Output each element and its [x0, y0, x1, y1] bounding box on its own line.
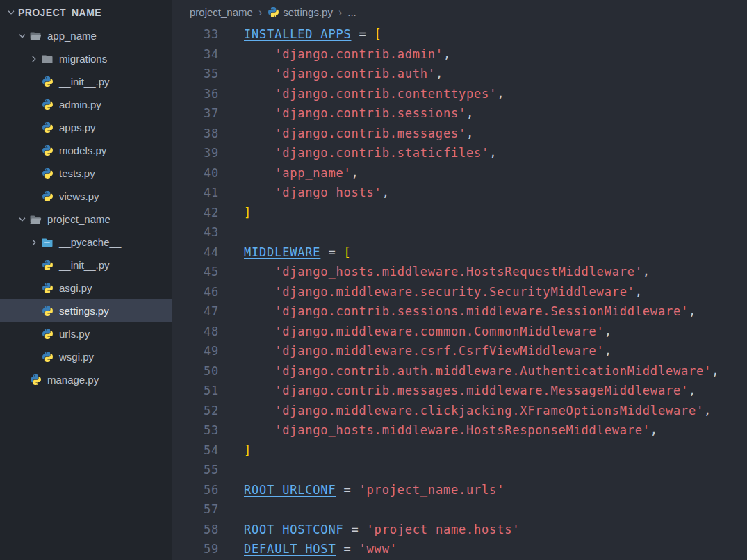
line-number[interactable]: 53	[172, 420, 219, 440]
sidebar-item-tests-py[interactable]: tests.py	[0, 162, 172, 185]
breadcrumb-separator-icon: ›	[253, 6, 268, 19]
line-number[interactable]: 51	[172, 381, 219, 401]
code-line[interactable]: 43	[172, 222, 747, 242]
code-line[interactable]: 52 'django.middleware.clickjacking.XFram…	[172, 401, 747, 421]
line-number[interactable]: 38	[172, 124, 219, 144]
sidebar-item-pycache[interactable]: __pycache__	[0, 231, 172, 254]
line-number[interactable]: 56	[172, 480, 219, 500]
breadcrumb-segment[interactable]: project_name	[190, 6, 253, 18]
line-number[interactable]: 57	[172, 500, 219, 520]
line-number[interactable]: 50	[172, 361, 219, 381]
sidebar-item-views-py[interactable]: views.py	[0, 185, 172, 208]
code-line[interactable]: 59DEFAULT_HOST = 'www'	[172, 539, 747, 559]
line-number[interactable]: 39	[172, 143, 219, 163]
sidebar-item-app-name[interactable]: app_name	[0, 24, 172, 47]
line-number[interactable]: 43	[172, 222, 219, 242]
sidebar-item-init-py[interactable]: __init__.py	[0, 70, 172, 93]
chevron-spacer	[27, 99, 41, 110]
code-line[interactable]: 49 'django.middleware.csrf.CsrfViewMiddl…	[172, 341, 747, 361]
line-number[interactable]: 59	[172, 539, 219, 559]
line-number[interactable]: 33	[172, 24, 219, 44]
code-line-content: 'django.contrib.sessions',	[219, 104, 474, 124]
line-number[interactable]: 36	[172, 84, 219, 104]
code-line[interactable]: 36 'django.contrib.contenttypes',	[172, 84, 747, 104]
code-line[interactable]: 58ROOT_HOSTCONF = 'project_name.hosts'	[172, 520, 747, 540]
sidebar-item-manage-py[interactable]: manage.py	[0, 368, 172, 391]
line-number[interactable]: 37	[172, 104, 219, 124]
sidebar-item-admin-py[interactable]: admin.py	[0, 93, 172, 116]
chevron-expanded-icon[interactable]	[4, 7, 18, 18]
code-line[interactable]: 47 'django.contrib.sessions.middleware.S…	[172, 302, 747, 322]
python-icon	[41, 259, 54, 272]
sidebar-item-asgi-py[interactable]: asgi.py	[0, 277, 172, 299]
python-icon	[268, 6, 279, 19]
sidebar-item-label: __init__.py	[59, 259, 110, 271]
code-line[interactable]: 38 'django.contrib.messages',	[172, 124, 747, 144]
code-line[interactable]: 42]	[172, 203, 747, 223]
code-line[interactable]: 50 'django.contrib.auth.middleware.Authe…	[172, 361, 747, 381]
sidebar-item-wsgi-py[interactable]: wsgi.py	[0, 345, 172, 368]
code-line[interactable]: 35 'django.contrib.auth',	[172, 64, 747, 84]
sidebar-item-label: urls.py	[59, 328, 90, 340]
line-number[interactable]: 49	[172, 341, 219, 361]
line-number[interactable]: 58	[172, 520, 219, 540]
explorer-root-folder[interactable]: PROJECT_NAME	[0, 0, 172, 24]
code-line[interactable]: 55	[172, 460, 747, 480]
chevron-spacer	[27, 283, 41, 294]
line-number[interactable]: 46	[172, 282, 219, 302]
chevron-spacer	[27, 329, 41, 340]
line-number[interactable]: 40	[172, 163, 219, 183]
code-line[interactable]: 34 'django.contrib.admin',	[172, 44, 747, 65]
chevron-spacer	[27, 260, 41, 271]
sidebar-item-migrations[interactable]: migrations	[0, 47, 172, 70]
python-icon	[41, 351, 54, 363]
line-number[interactable]: 47	[172, 302, 219, 322]
breadcrumb-segment[interactable]: settings.py	[268, 6, 333, 19]
code-line[interactable]: 37 'django.contrib.sessions',	[172, 104, 747, 124]
line-number[interactable]: 48	[172, 322, 219, 342]
code-line[interactable]: 54]	[172, 440, 747, 461]
sidebar-item-label: models.py	[59, 145, 106, 156]
line-number[interactable]: 34	[172, 44, 219, 65]
line-number[interactable]: 41	[172, 183, 219, 203]
line-number[interactable]: 44	[172, 242, 219, 263]
code-line[interactable]: 39 'django.contrib.staticfiles',	[172, 143, 747, 163]
chevron-expanded-icon[interactable]	[15, 31, 29, 42]
python-icon	[41, 282, 54, 295]
python-icon	[41, 167, 54, 180]
line-number[interactable]: 54	[172, 440, 219, 461]
line-number[interactable]: 45	[172, 262, 219, 282]
chevron-spacer	[27, 191, 41, 202]
code-line[interactable]: 56ROOT_URLCONF = 'project_name.urls'	[172, 480, 747, 500]
python-icon	[41, 99, 54, 111]
line-number[interactable]: 52	[172, 401, 219, 421]
chevron-collapsed-icon[interactable]	[27, 53, 41, 65]
code-editor[interactable]: 33INSTALLED_APPS = [34 'django.contrib.a…	[172, 24, 747, 560]
chevron-collapsed-icon[interactable]	[27, 237, 41, 248]
line-number[interactable]: 55	[172, 460, 219, 480]
sidebar-item-apps-py[interactable]: apps.py	[0, 116, 172, 139]
line-number[interactable]: 35	[172, 64, 219, 84]
code-line[interactable]: 46 'django.middleware.security.SecurityM…	[172, 282, 747, 302]
sidebar-item-label: asgi.py	[59, 282, 92, 294]
sidebar-item-models-py[interactable]: models.py	[0, 139, 172, 162]
code-line[interactable]: 51 'django.contrib.messages.middleware.M…	[172, 381, 747, 401]
code-line[interactable]: 41 'django_hosts',	[172, 183, 747, 203]
code-line[interactable]: 45 'django_hosts.middleware.HostsRequest…	[172, 262, 747, 282]
code-line-content: 'django.middleware.csrf.CsrfViewMiddlewa…	[219, 341, 612, 361]
sidebar-item-project-name[interactable]: project_name	[0, 208, 172, 231]
code-line[interactable]: 57	[172, 500, 747, 520]
sidebar-item-init-py[interactable]: __init__.py	[0, 254, 172, 277]
sidebar-item-urls-py[interactable]: urls.py	[0, 322, 172, 345]
chevron-expanded-icon[interactable]	[15, 214, 29, 225]
code-line[interactable]: 44MIDDLEWARE = [	[172, 242, 747, 263]
code-line[interactable]: 48 'django.middleware.common.CommonMiddl…	[172, 322, 747, 342]
code-line[interactable]: 33INSTALLED_APPS = [	[172, 24, 747, 44]
code-line[interactable]: 53 'django_hosts.middleware.HostsRespons…	[172, 420, 747, 440]
sidebar-item-label: __init__.py	[59, 76, 110, 88]
line-number[interactable]: 42	[172, 203, 219, 223]
code-line-content: 'django.contrib.contenttypes',	[219, 84, 504, 104]
sidebar-item-settings-py[interactable]: settings.py	[0, 299, 172, 322]
breadcrumb-segment[interactable]: ...	[347, 6, 356, 18]
code-line[interactable]: 40 'app_name',	[172, 163, 747, 183]
